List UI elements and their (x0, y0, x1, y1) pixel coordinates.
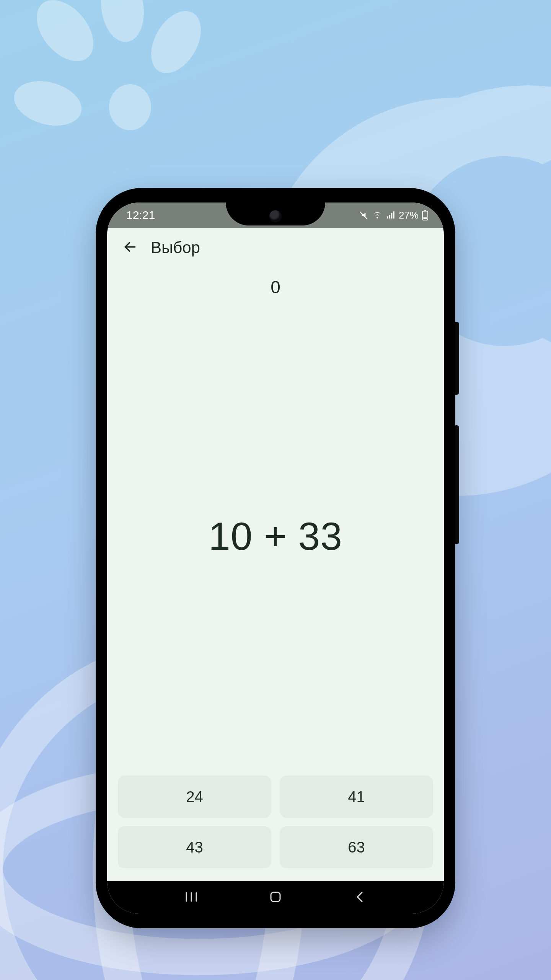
question-text: 10 + 33 (209, 514, 342, 559)
nav-back-button[interactable] (348, 886, 371, 909)
question-area: 10 + 33 (107, 297, 444, 776)
phone-side-button-2 (455, 425, 459, 544)
svg-rect-15 (271, 892, 280, 902)
android-nav-bar (107, 881, 444, 914)
battery-icon (422, 210, 429, 220)
score-value: 0 (107, 277, 444, 297)
svg-rect-10 (423, 217, 427, 219)
answer-option-4[interactable]: 63 (280, 826, 433, 868)
bg-petals-deco (11, 0, 226, 176)
recent-apps-icon (185, 891, 198, 904)
svg-point-3 (11, 74, 86, 133)
status-right: 27% (359, 209, 429, 221)
arrow-left-icon (123, 240, 137, 256)
svg-point-2 (141, 2, 211, 82)
app-title: Выбор (151, 238, 200, 257)
home-icon (269, 890, 282, 905)
svg-rect-9 (424, 210, 426, 211)
nav-home-button[interactable] (264, 886, 287, 909)
phone-frame: 12:21 27% (96, 188, 455, 928)
status-time: 12:21 (126, 209, 155, 222)
battery-percentage: 27% (399, 209, 419, 221)
answers-grid: 24 41 43 63 (107, 776, 444, 881)
chevron-left-icon (355, 890, 365, 905)
phone-screen: 12:21 27% (107, 203, 444, 914)
svg-point-4 (109, 84, 151, 130)
wifi-icon (372, 210, 383, 220)
app-bar: Выбор (107, 228, 444, 268)
mute-icon (359, 210, 369, 220)
svg-point-1 (25, 0, 104, 72)
svg-point-0 (97, 0, 148, 45)
nav-recent-button[interactable] (180, 886, 203, 909)
answer-option-2[interactable]: 41 (280, 776, 433, 818)
answer-option-3[interactable]: 43 (118, 826, 271, 868)
front-camera (269, 210, 282, 222)
back-button[interactable] (120, 238, 140, 258)
signal-icon (386, 210, 396, 220)
phone-side-button-1 (455, 322, 459, 395)
answer-option-1[interactable]: 24 (118, 776, 271, 818)
